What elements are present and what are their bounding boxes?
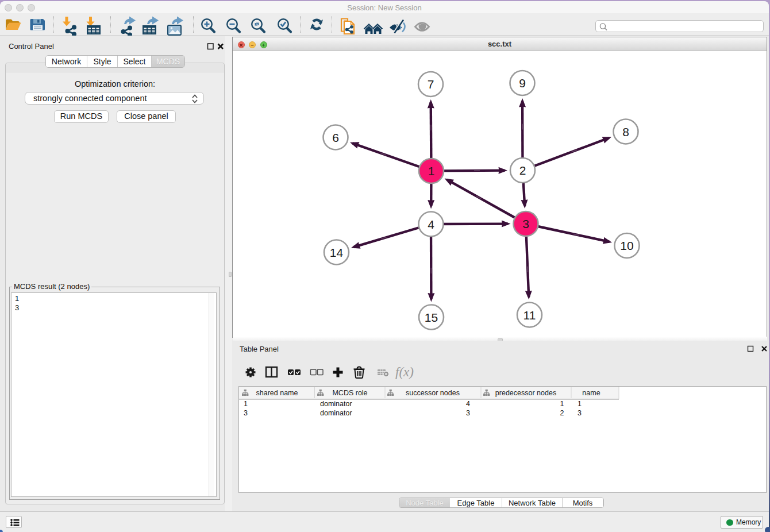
svg-text:2: 2 xyxy=(560,409,564,417)
svg-text:successor nodes: successor nodes xyxy=(406,389,460,397)
svg-text:2: 2 xyxy=(519,164,526,177)
svg-text:1: 1 xyxy=(578,400,582,408)
svg-text:MCDS role: MCDS role xyxy=(332,389,367,397)
svg-text:3: 3 xyxy=(522,217,529,230)
svg-text:1: 1 xyxy=(244,400,248,408)
svg-text:6: 6 xyxy=(332,131,339,144)
svg-text:14: 14 xyxy=(330,246,344,259)
svg-text:11: 11 xyxy=(523,309,536,322)
svg-text:dominator: dominator xyxy=(320,409,352,417)
svg-text:f(x): f(x) xyxy=(395,365,414,379)
svg-text:7: 7 xyxy=(428,78,434,91)
svg-text:8: 8 xyxy=(622,125,629,138)
svg-text:3: 3 xyxy=(578,409,582,417)
svg-text:4: 4 xyxy=(428,218,434,231)
svg-text:name: name xyxy=(582,389,600,397)
svg-text:dominator: dominator xyxy=(320,400,352,408)
svg-text:shared name: shared name xyxy=(256,389,298,397)
svg-text:3: 3 xyxy=(244,409,248,417)
svg-text:3: 3 xyxy=(466,409,470,417)
svg-text:predecessor nodes: predecessor nodes xyxy=(495,389,556,397)
svg-text:4: 4 xyxy=(466,400,470,408)
svg-text:15: 15 xyxy=(425,311,438,324)
svg-text:1: 1 xyxy=(560,400,564,408)
svg-text:1: 1 xyxy=(428,164,435,178)
svg-text:10: 10 xyxy=(620,239,633,252)
svg-text:9: 9 xyxy=(519,76,526,90)
